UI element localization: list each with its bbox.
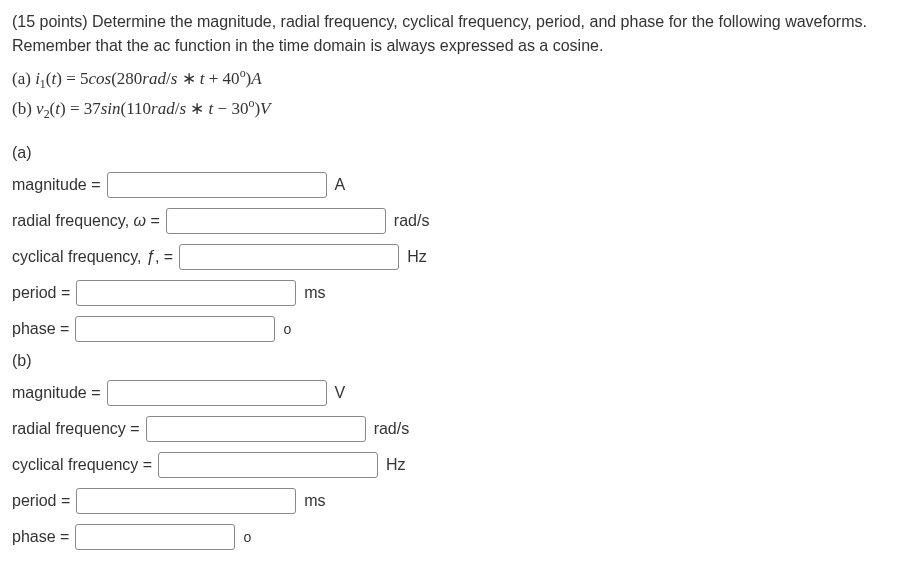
a-cycfreq-label-pre: cyclical frequency, (12, 248, 146, 265)
b-period-input[interactable] (76, 488, 296, 514)
equation-a: (a) i1(t) = 5cos(280rad/s ∗ t + 40o)A (12, 64, 896, 94)
b-period-label: period = (12, 492, 70, 510)
b-cycfreq-input[interactable] (158, 452, 378, 478)
a-cycfreq-row: cyclical frequency, ƒ, = Hz (12, 244, 896, 270)
b-radfreq-row: radial frequency = rad/s (12, 416, 896, 442)
a-radfreq-symbol: ω (134, 212, 146, 229)
section-b-label: (b) (12, 352, 896, 370)
a-radfreq-row: radial frequency, ω = rad/s (12, 208, 896, 234)
a-cycfreq-symbol: ƒ (146, 248, 155, 265)
a-period-input[interactable] (76, 280, 296, 306)
b-magnitude-label: magnitude = (12, 384, 101, 402)
b-magnitude-unit: V (335, 384, 346, 402)
a-period-unit: ms (304, 284, 325, 302)
a-period-label: period = (12, 284, 70, 302)
b-magnitude-input[interactable] (107, 380, 327, 406)
b-phase-input[interactable] (75, 524, 235, 550)
a-magnitude-input[interactable] (107, 172, 327, 198)
b-magnitude-row: magnitude = V (12, 380, 896, 406)
a-radfreq-label-pre: radial frequency, (12, 212, 134, 229)
equation-b: (b) v2(t) = 37sin(110rad/s ∗ t − 30o)V (12, 94, 896, 124)
a-period-row: period = ms (12, 280, 896, 306)
eq-b-prefix: (b) (12, 99, 36, 118)
b-period-unit: ms (304, 492, 325, 510)
b-phase-label: phase = (12, 528, 69, 546)
a-radfreq-input[interactable] (166, 208, 386, 234)
a-radfreq-label-post: = (146, 212, 160, 229)
a-radfreq-label: radial frequency, ω = (12, 212, 160, 230)
a-phase-label: phase = (12, 320, 69, 338)
a-magnitude-label: magnitude = (12, 176, 101, 194)
a-phase-row: phase = o (12, 316, 896, 342)
b-phase-unit: o (243, 529, 251, 545)
b-period-row: period = ms (12, 488, 896, 514)
a-phase-unit: o (283, 321, 291, 337)
b-phase-row: phase = o (12, 524, 896, 550)
a-magnitude-row: magnitude = A (12, 172, 896, 198)
a-cycfreq-unit: Hz (407, 248, 427, 266)
a-cycfreq-label: cyclical frequency, ƒ, = (12, 248, 173, 266)
b-cycfreq-row: cyclical frequency = Hz (12, 452, 896, 478)
a-phase-input[interactable] (75, 316, 275, 342)
section-a-label: (a) (12, 144, 896, 162)
b-cycfreq-label: cyclical frequency = (12, 456, 152, 474)
a-magnitude-unit: A (335, 176, 346, 194)
b-radfreq-input[interactable] (146, 416, 366, 442)
b-radfreq-unit: rad/s (374, 420, 410, 438)
b-radfreq-label: radial frequency = (12, 420, 140, 438)
a-cycfreq-label-post: , = (155, 248, 173, 265)
problem-intro: (15 points) Determine the magnitude, rad… (12, 10, 896, 58)
a-radfreq-unit: rad/s (394, 212, 430, 230)
a-cycfreq-input[interactable] (179, 244, 399, 270)
eq-a-prefix: (a) (12, 69, 35, 88)
b-cycfreq-unit: Hz (386, 456, 406, 474)
